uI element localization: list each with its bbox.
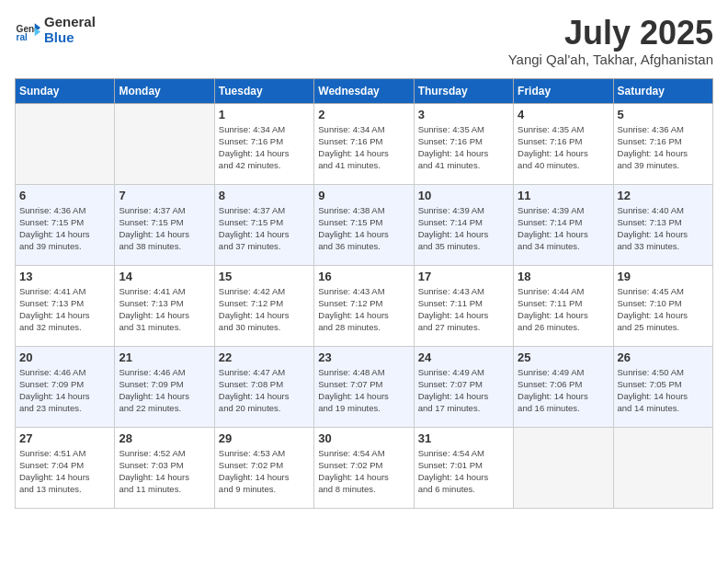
day-number: 17 xyxy=(418,270,509,283)
calendar-day-cell: 17Sunrise: 4:43 AM Sunset: 7:11 PM Dayli… xyxy=(414,265,513,346)
day-info: Sunrise: 4:41 AM Sunset: 7:13 PM Dayligh… xyxy=(19,285,110,334)
day-number: 14 xyxy=(119,270,210,283)
calendar-day-cell: 27Sunrise: 4:51 AM Sunset: 7:04 PM Dayli… xyxy=(16,427,115,508)
day-number: 31 xyxy=(418,431,509,445)
day-info: Sunrise: 4:45 AM Sunset: 7:10 PM Dayligh… xyxy=(618,285,709,334)
day-number: 23 xyxy=(318,350,409,364)
day-info: Sunrise: 4:34 AM Sunset: 7:16 PM Dayligh… xyxy=(318,123,409,172)
day-info: Sunrise: 4:39 AM Sunset: 7:14 PM Dayligh… xyxy=(418,204,509,253)
day-info: Sunrise: 4:40 AM Sunset: 7:13 PM Dayligh… xyxy=(618,204,709,253)
day-number: 15 xyxy=(219,270,310,283)
calendar-day-cell: 24Sunrise: 4:49 AM Sunset: 7:07 PM Dayli… xyxy=(414,346,513,427)
calendar-day-header: Tuesday xyxy=(214,78,313,103)
day-number: 29 xyxy=(219,431,310,445)
calendar-header-row: SundayMondayTuesdayWednesdayThursdayFrid… xyxy=(16,78,713,103)
day-number: 25 xyxy=(518,350,609,364)
day-info: Sunrise: 4:35 AM Sunset: 7:16 PM Dayligh… xyxy=(518,123,609,172)
location-subtitle: Yangi Qal'ah, Takhar, Afghanistan xyxy=(508,52,713,67)
calendar-day-cell: 6Sunrise: 4:36 AM Sunset: 7:15 PM Daylig… xyxy=(16,184,115,265)
day-number: 9 xyxy=(318,189,409,202)
day-info: Sunrise: 4:43 AM Sunset: 7:11 PM Dayligh… xyxy=(418,285,509,334)
day-info: Sunrise: 4:37 AM Sunset: 7:15 PM Dayligh… xyxy=(219,204,310,253)
day-info: Sunrise: 4:48 AM Sunset: 7:07 PM Dayligh… xyxy=(318,366,409,415)
calendar-day-header: Thursday xyxy=(414,78,513,103)
svg-text:ral: ral xyxy=(17,31,28,41)
calendar-day-cell: 26Sunrise: 4:50 AM Sunset: 7:05 PM Dayli… xyxy=(613,346,712,427)
calendar-day-header: Wednesday xyxy=(314,78,414,103)
logo-line2: Blue xyxy=(44,30,96,46)
month-title: July 2025 xyxy=(508,15,713,52)
day-number: 8 xyxy=(219,189,310,202)
day-info: Sunrise: 4:38 AM Sunset: 7:15 PM Dayligh… xyxy=(318,204,409,253)
day-info: Sunrise: 4:35 AM Sunset: 7:16 PM Dayligh… xyxy=(418,123,509,172)
calendar-day-cell xyxy=(613,427,712,508)
day-number: 27 xyxy=(19,431,110,445)
calendar-day-cell: 5Sunrise: 4:36 AM Sunset: 7:16 PM Daylig… xyxy=(613,103,712,184)
day-info: Sunrise: 4:37 AM Sunset: 7:15 PM Dayligh… xyxy=(119,204,210,253)
calendar-day-cell: 30Sunrise: 4:54 AM Sunset: 7:02 PM Dayli… xyxy=(314,427,414,508)
day-number: 11 xyxy=(518,189,609,202)
calendar-week-row: 27Sunrise: 4:51 AM Sunset: 7:04 PM Dayli… xyxy=(16,427,713,508)
page-header: Gene ral General Blue July 2025 Yangi Qa… xyxy=(15,15,713,67)
day-number: 10 xyxy=(418,189,509,202)
calendar-day-cell: 9Sunrise: 4:38 AM Sunset: 7:15 PM Daylig… xyxy=(314,184,414,265)
logo: Gene ral General Blue xyxy=(15,15,96,45)
day-number: 28 xyxy=(119,431,210,445)
calendar-day-header: Saturday xyxy=(613,78,712,103)
day-info: Sunrise: 4:54 AM Sunset: 7:01 PM Dayligh… xyxy=(418,447,509,496)
day-info: Sunrise: 4:36 AM Sunset: 7:15 PM Dayligh… xyxy=(19,204,110,253)
day-number: 6 xyxy=(19,189,110,202)
day-number: 19 xyxy=(618,270,709,283)
day-info: Sunrise: 4:46 AM Sunset: 7:09 PM Dayligh… xyxy=(19,366,110,415)
title-block: July 2025 Yangi Qal'ah, Takhar, Afghanis… xyxy=(508,15,713,67)
day-number: 3 xyxy=(418,108,509,121)
calendar-day-cell: 28Sunrise: 4:52 AM Sunset: 7:03 PM Dayli… xyxy=(115,427,214,508)
calendar-day-cell: 8Sunrise: 4:37 AM Sunset: 7:15 PM Daylig… xyxy=(214,184,313,265)
day-number: 30 xyxy=(318,431,409,445)
calendar-week-row: 20Sunrise: 4:46 AM Sunset: 7:09 PM Dayli… xyxy=(16,346,713,427)
calendar-day-cell: 3Sunrise: 4:35 AM Sunset: 7:16 PM Daylig… xyxy=(414,103,513,184)
day-info: Sunrise: 4:49 AM Sunset: 7:07 PM Dayligh… xyxy=(418,366,509,415)
day-info: Sunrise: 4:47 AM Sunset: 7:08 PM Dayligh… xyxy=(219,366,310,415)
calendar-day-cell xyxy=(16,103,115,184)
calendar-week-row: 13Sunrise: 4:41 AM Sunset: 7:13 PM Dayli… xyxy=(16,265,713,346)
day-info: Sunrise: 4:51 AM Sunset: 7:04 PM Dayligh… xyxy=(19,447,110,496)
day-number: 13 xyxy=(19,270,110,283)
day-info: Sunrise: 4:42 AM Sunset: 7:12 PM Dayligh… xyxy=(219,285,310,334)
calendar-day-cell: 1Sunrise: 4:34 AM Sunset: 7:16 PM Daylig… xyxy=(214,103,313,184)
day-number: 24 xyxy=(418,350,509,364)
calendar-day-cell: 13Sunrise: 4:41 AM Sunset: 7:13 PM Dayli… xyxy=(16,265,115,346)
calendar-day-cell: 23Sunrise: 4:48 AM Sunset: 7:07 PM Dayli… xyxy=(314,346,414,427)
day-info: Sunrise: 4:53 AM Sunset: 7:02 PM Dayligh… xyxy=(219,447,310,496)
calendar-day-cell: 18Sunrise: 4:44 AM Sunset: 7:11 PM Dayli… xyxy=(514,265,613,346)
logo-line1: General xyxy=(44,15,96,30)
day-info: Sunrise: 4:44 AM Sunset: 7:11 PM Dayligh… xyxy=(518,285,609,334)
day-number: 20 xyxy=(19,350,110,364)
day-number: 16 xyxy=(318,270,409,283)
day-info: Sunrise: 4:49 AM Sunset: 7:06 PM Dayligh… xyxy=(518,366,609,415)
calendar-day-cell: 29Sunrise: 4:53 AM Sunset: 7:02 PM Dayli… xyxy=(214,427,313,508)
day-number: 2 xyxy=(318,108,409,121)
calendar-day-cell: 25Sunrise: 4:49 AM Sunset: 7:06 PM Dayli… xyxy=(514,346,613,427)
day-number: 1 xyxy=(219,108,310,121)
calendar-day-header: Sunday xyxy=(16,78,115,103)
calendar-day-cell: 14Sunrise: 4:41 AM Sunset: 7:13 PM Dayli… xyxy=(115,265,214,346)
day-number: 21 xyxy=(119,350,210,364)
calendar-day-cell: 20Sunrise: 4:46 AM Sunset: 7:09 PM Dayli… xyxy=(16,346,115,427)
day-number: 4 xyxy=(518,108,609,121)
calendar-table: SundayMondayTuesdayWednesdayThursdayFrid… xyxy=(15,78,713,509)
day-number: 26 xyxy=(618,350,709,364)
calendar-day-cell xyxy=(115,103,214,184)
day-info: Sunrise: 4:34 AM Sunset: 7:16 PM Dayligh… xyxy=(219,123,310,172)
calendar-day-cell: 21Sunrise: 4:46 AM Sunset: 7:09 PM Dayli… xyxy=(115,346,214,427)
calendar-day-cell xyxy=(514,427,613,508)
day-info: Sunrise: 4:46 AM Sunset: 7:09 PM Dayligh… xyxy=(119,366,210,415)
day-number: 22 xyxy=(219,350,310,364)
day-info: Sunrise: 4:41 AM Sunset: 7:13 PM Dayligh… xyxy=(119,285,210,334)
day-number: 7 xyxy=(119,189,210,202)
calendar-day-cell: 19Sunrise: 4:45 AM Sunset: 7:10 PM Dayli… xyxy=(613,265,712,346)
day-info: Sunrise: 4:39 AM Sunset: 7:14 PM Dayligh… xyxy=(518,204,609,253)
calendar-day-cell: 31Sunrise: 4:54 AM Sunset: 7:01 PM Dayli… xyxy=(414,427,513,508)
calendar-day-header: Monday xyxy=(115,78,214,103)
calendar-day-cell: 10Sunrise: 4:39 AM Sunset: 7:14 PM Dayli… xyxy=(414,184,513,265)
